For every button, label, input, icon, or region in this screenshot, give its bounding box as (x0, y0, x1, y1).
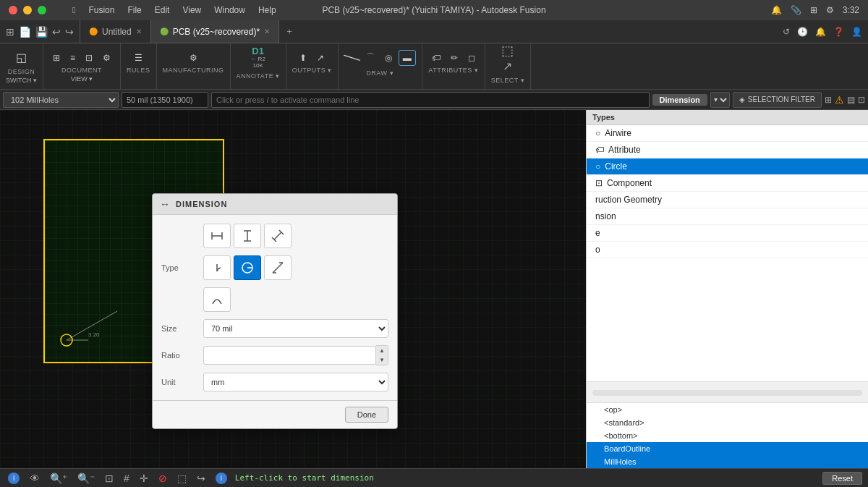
dim-btn-diagonal[interactable] (264, 255, 292, 280)
paperclip-icon: 📎 (791, 5, 801, 15)
ratio-spin-down[interactable]: ▼ (376, 355, 388, 365)
layer-item-op[interactable]: <op> (587, 403, 868, 416)
size-select[interactable]: 70 mil (203, 319, 388, 338)
toolbar-btn-d1[interactable]: D1 ← R2 10K (247, 44, 268, 71)
command-input[interactable] (211, 92, 650, 108)
account-icon[interactable]: 👤 (851, 27, 862, 37)
layout-icon[interactable]: ⊞ (810, 5, 817, 15)
select-box-btn[interactable]: ⬚ (175, 473, 189, 484)
types-item-construction[interactable]: ruction Geometry (587, 192, 868, 208)
settings-icon[interactable]: ⚙ (826, 5, 834, 15)
toolbar-btn-rect[interactable]: ▬ (399, 50, 416, 66)
tab-untitled[interactable]: 🟠 Untitled ✕ (80, 20, 151, 43)
minimize-button[interactable] (23, 6, 32, 14)
zoom-out-btn[interactable]: 🔍⁻ (75, 473, 97, 484)
notification-icon[interactable]: 🔔 (771, 5, 782, 15)
dim-btn-angular[interactable] (203, 255, 231, 280)
types-item-component[interactable]: ⊡ Component (587, 175, 868, 192)
statusbar-right: ◈ SELECTION FILTER ⊞ ⚠ ▤ ⊡ (733, 92, 865, 108)
layer-item-standard[interactable]: <standard> (587, 416, 868, 429)
toolbar-btn-doc3[interactable]: ⊡ (82, 51, 96, 65)
visibility-btn[interactable]: 👁 (27, 473, 42, 484)
dim-btn-parallel[interactable] (264, 224, 292, 248)
tab-pcb[interactable]: 🟢 PCB (v25~recovered)* ✕ (151, 20, 279, 43)
menu-fusion[interactable]: Fusion (82, 4, 120, 17)
dim-btn-radius[interactable] (234, 255, 261, 280)
toolbar-btn-doc4[interactable]: ⚙ (99, 51, 114, 65)
bell-icon[interactable]: 🔔 (815, 27, 826, 37)
toolbar-btn-line[interactable]: ╲ (344, 48, 359, 68)
menu-apple[interactable]:  (67, 4, 81, 17)
toolbar-btn-arc[interactable]: ⌒ (362, 49, 378, 66)
types-item-attribute[interactable]: 🏷 Attribute (587, 142, 868, 158)
toolbar-btn-output2[interactable]: ↗ (313, 51, 328, 65)
toolbar-btn-select[interactable]: ⬚ ↗ (498, 43, 517, 75)
types-item-dimension[interactable]: nsion (587, 208, 868, 225)
icon-btn-1[interactable]: ⊞ (825, 95, 832, 105)
menu-help[interactable]: Help (252, 4, 282, 17)
file-new-icon[interactable]: 📄 (19, 26, 31, 38)
clock-icon[interactable]: 🕒 (797, 27, 808, 37)
selection-filter-btn[interactable]: ◈ SELECTION FILTER (733, 92, 822, 108)
grid-toggle-btn[interactable]: # (122, 473, 132, 484)
layer-item-boardoutline[interactable]: BoardOutline (587, 442, 868, 455)
toolbar-btn-attr1[interactable]: 🏷 (428, 51, 444, 65)
layer-op-label: <op> (604, 405, 622, 414)
refresh-icon[interactable]: ↺ (783, 27, 790, 37)
route-btn[interactable]: ↪ (195, 473, 208, 484)
toolbar-btn-manufacturing[interactable]: ⚙ (186, 51, 201, 65)
layer-selector[interactable]: 102 MillHoles (3, 92, 119, 108)
dimension-type-select[interactable]: ▾ (710, 92, 730, 108)
dim-btn-horizontal[interactable] (203, 224, 231, 248)
menu-window[interactable]: Window (208, 4, 251, 17)
dim-btn-arc[interactable] (203, 287, 231, 312)
ratio-spin-up[interactable]: ▲ (376, 346, 388, 355)
icon-btn-2[interactable]: ▤ (847, 95, 855, 105)
dim-btn-vertical[interactable] (234, 224, 261, 248)
menu-edit[interactable]: Edit (149, 4, 176, 17)
save-icon[interactable]: 💾 (35, 26, 48, 38)
unit-select[interactable]: mm (203, 373, 388, 391)
done-button[interactable]: Done (345, 407, 388, 423)
canvas-area[interactable]: 3.20 ↔ DIMENSION (0, 110, 586, 468)
circle-icon: ◎ (385, 53, 392, 63)
crosshair-btn[interactable]: ✛ (137, 473, 150, 484)
dim-type-row2: Type (161, 255, 388, 280)
toolbar-btn-output1[interactable]: ⬆ (296, 51, 310, 65)
zoom-in-btn[interactable]: 🔍⁺ (48, 473, 69, 484)
icon-btn-3[interactable]: ⊡ (858, 95, 865, 105)
layer-item-millholes[interactable]: MillHoles (587, 455, 868, 468)
toolbar: ◱ DESIGN SWITCH ▾ ⊞ ≡ ⊡ ⚙ DOCUMENT VIEW … (0, 43, 868, 90)
undo-icon[interactable]: ↩ (52, 26, 61, 38)
toolbar-btn-switch[interactable]: ◱ (12, 48, 30, 67)
redo-icon[interactable]: ↪ (65, 26, 74, 38)
toolbar-btn-doc1[interactable]: ⊞ (49, 51, 64, 65)
menu-file[interactable]: File (122, 4, 147, 17)
tab-pcb-close[interactable]: ✕ (264, 27, 270, 35)
toolbar-btn-doc2[interactable]: ≡ (67, 51, 79, 65)
toolbar-btn-circle[interactable]: ◎ (381, 51, 396, 65)
info-btn2[interactable]: i (213, 473, 229, 484)
cursor-icon: ↗ (503, 59, 512, 73)
zoom-fit-btn[interactable]: ⊡ (103, 473, 116, 484)
toolbar-btn-attr2[interactable]: ✏ (447, 51, 461, 65)
question-icon[interactable]: ❓ (833, 27, 844, 37)
apps-icon[interactable]: ⊞ (6, 26, 14, 38)
view-label: VIEW ▾ (71, 75, 93, 82)
info-btn[interactable]: i (6, 473, 22, 484)
menu-view[interactable]: View (176, 4, 207, 17)
types-item-airwire[interactable]: ○ Airwire (587, 125, 868, 142)
types-item-o[interactable]: o (587, 242, 868, 258)
reset-button[interactable]: Reset (822, 472, 862, 485)
tab-add-button[interactable]: ＋ (279, 20, 299, 43)
close-button[interactable] (9, 6, 17, 14)
ratio-input[interactable]: 8 % (203, 346, 376, 365)
types-item-circle[interactable]: ○ Circle (587, 158, 868, 175)
toolbar-btn-rules[interactable]: ☰ (131, 51, 146, 65)
stop-btn[interactable]: ⊘ (156, 473, 169, 484)
layer-item-bottom[interactable]: <bottom> (587, 429, 868, 442)
types-item-e[interactable]: e (587, 225, 868, 242)
tab-untitled-close[interactable]: ✕ (136, 27, 142, 35)
toolbar-btn-attr3[interactable]: ◻ (464, 51, 479, 65)
fullscreen-button[interactable] (38, 6, 46, 14)
